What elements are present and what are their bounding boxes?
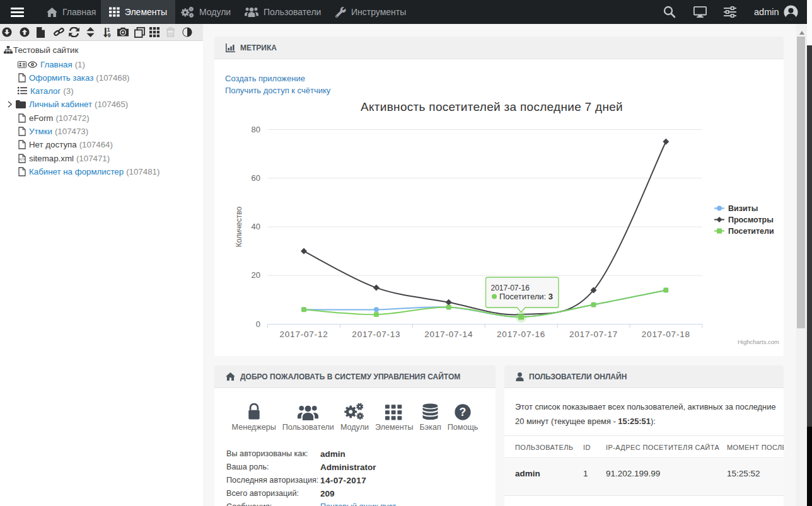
svg-text:2017-07-13: 2017-07-13 [352,330,400,339]
svg-text:</>: </> [19,157,25,161]
svg-text:2017-07-14: 2017-07-14 [424,330,473,339]
svg-text:2017-07-16: 2017-07-16 [497,330,545,339]
svg-text:Просмотры: Просмотры [728,216,774,224]
svg-text:2017-07-12: 2017-07-12 [279,330,328,339]
svg-text:2017-07-18: 2017-07-18 [642,330,690,339]
svg-text:Количество: Количество [235,206,243,247]
svg-text:2017-07-17: 2017-07-17 [569,330,618,339]
svg-text:40: 40 [252,222,260,231]
svg-text:20: 20 [252,270,260,280]
svg-text:0: 0 [256,319,260,329]
svg-text:Посетители: Посетители [728,227,774,236]
svg-text:?: ? [460,406,467,418]
svg-text:60: 60 [252,173,260,183]
svg-text:Визиты: Визиты [728,204,758,213]
svg-text:2017-07-16: 2017-07-16 [491,284,530,292]
svg-text:9: 9 [108,32,111,38]
svg-text:80: 80 [252,125,260,134]
svg-text:Посетители: 3: Посетители: 3 [499,292,553,301]
svg-text:Активность посетителей за посл: Активность посетителей за последние 7 дн… [361,100,623,113]
svg-text:Highcharts.com: Highcharts.com [738,338,779,345]
